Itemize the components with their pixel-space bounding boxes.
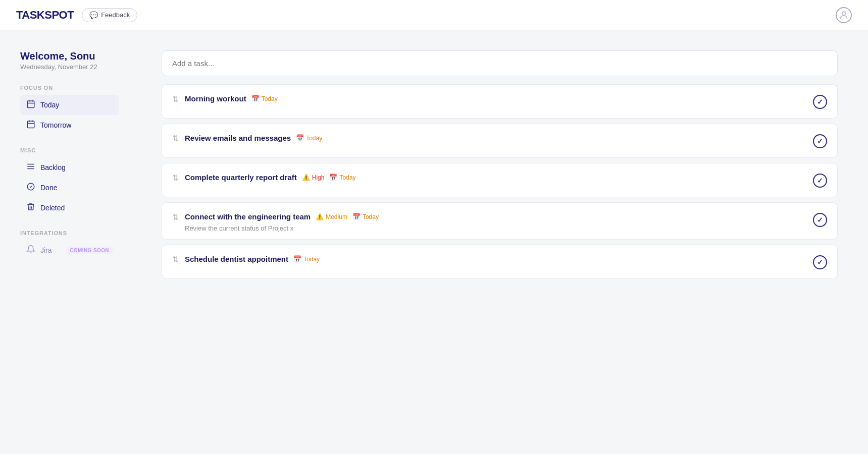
checkmark-icon: ✓ [817,258,823,266]
task-card: ⇅ Review emails and messages 📅 Today ✓ [162,124,838,158]
task-card: ⇅ Schedule dentist appoitment 📅 Today ✓ [162,245,838,279]
sidebar-item-backlog[interactable]: Backlog [20,157,119,178]
calendar-small-icon: 📅 [352,213,361,220]
priority-tag-high: ⚠️ High [302,173,325,182]
task-title: Schedule dentist appoitment [185,255,288,263]
task-content: Schedule dentist appoitment 📅 Today [185,254,807,264]
task-title-row: Complete quarterly report draft ⚠️ High … [185,173,807,182]
tomorrow-label: Tomorrow [40,121,71,129]
sidebar-item-tomorrow[interactable]: Tomorrow [20,115,119,135]
focus-on-group: FOCUS ON Today [20,85,119,135]
feedback-label: Feedback [101,11,130,19]
done-label: Done [40,184,57,192]
task-title-row: Morning workout 📅 Today [185,94,807,103]
task-subtitle: Review the current status of Project x [185,224,807,232]
checkmark-icon: ✓ [817,177,823,185]
jira-label: Jira [40,246,52,254]
task-date-label: Today [363,213,379,220]
task-content: Morning workout 📅 Today [185,94,807,103]
sidebar-item-deleted[interactable]: Deleted [20,198,119,218]
sort-icon[interactable]: ⇅ [172,94,179,104]
priority-tag-medium: ⚠️ Medium [316,212,347,221]
welcome-date: Wednesday, November 22 [20,63,119,71]
done-icon [26,182,35,193]
today-label: Today [40,101,59,109]
task-date-tag: 📅 Today [251,94,278,103]
task-complete-button[interactable]: ✓ [813,134,827,148]
sort-icon[interactable]: ⇅ [172,255,179,264]
sidebar-item-done[interactable]: Done [20,178,119,198]
task-title-row: Connect with the engineering team ⚠️ Med… [185,212,807,221]
task-complete-button[interactable]: ✓ [813,213,827,227]
sidebar: Welcome, Sonu Wednesday, November 22 FOC… [0,30,131,454]
sidebar-item-today[interactable]: Today [20,95,119,115]
task-date-tag: 📅 Today [296,133,322,143]
calendar-small-icon: 📅 [329,174,337,181]
layout: Welcome, Sonu Wednesday, November 22 FOC… [0,30,868,454]
app-logo: TASKSPOT [16,9,74,22]
integrations-label: INTEGRATIONS [20,230,119,236]
sort-icon[interactable]: ⇅ [172,212,179,222]
header: TASKSPOT 💬 Feedback [0,0,868,30]
welcome-name: Welcome, Sonu [20,50,119,62]
integrations-group: INTEGRATIONS Jira COMING SOON [20,230,119,260]
warning-icon: ⚠️ [302,174,310,181]
coming-soon-badge: COMING SOON [66,247,113,254]
task-title-row: Schedule dentist appoitment 📅 Today [185,254,807,264]
sidebar-item-jira[interactable]: Jira COMING SOON [20,240,119,260]
task-date-tag: 📅 Today [293,254,320,264]
priority-label: High [312,174,325,181]
task-date-label: Today [303,256,320,263]
calendar-small-icon: 📅 [251,95,260,102]
sort-icon[interactable]: ⇅ [172,173,179,183]
trash-icon [26,202,35,213]
task-date-label: Today [339,174,355,181]
misc-label: MISC [20,147,119,153]
focus-on-label: FOCUS ON [20,85,119,91]
task-complete-button[interactable]: ✓ [813,95,827,109]
main-content: ⇅ Morning workout 📅 Today ✓ ⇅ Review ema… [131,30,868,454]
checkmark-icon: ✓ [817,137,823,145]
task-title-row: Review emails and messages 📅 Today [185,133,807,143]
backlog-icon [26,162,35,173]
task-card: ⇅ Morning workout 📅 Today ✓ [162,84,838,119]
task-date-tag: 📅 Today [352,212,379,221]
task-content: Review emails and messages 📅 Today [185,133,807,143]
svg-point-0 [842,12,846,15]
chat-icon: 💬 [89,11,98,19]
sort-icon[interactable]: ⇅ [172,134,179,143]
task-title: Morning workout [185,94,246,103]
task-content: Connect with the engineering team ⚠️ Med… [185,212,807,232]
checkmark-icon: ✓ [817,216,823,224]
calendar-small-icon: 📅 [296,134,304,142]
misc-group: MISC Backlog Done [20,147,119,218]
task-title: Connect with the engineering team [185,212,311,221]
task-date-label: Today [306,135,322,142]
jira-icon [26,245,35,256]
task-title: Complete quarterly report draft [185,173,297,182]
warning-icon: ⚠️ [316,213,324,220]
calendar-small-icon: 📅 [293,255,301,263]
svg-rect-5 [27,121,34,128]
task-complete-button[interactable]: ✓ [813,174,827,188]
checkmark-icon: ✓ [817,98,823,106]
task-complete-button[interactable]: ✓ [813,255,827,269]
task-card: ⇅ Connect with the engineering team ⚠️ M… [162,202,838,240]
add-task-input[interactable] [162,50,838,76]
task-card: ⇅ Complete quarterly report draft ⚠️ Hig… [162,163,838,197]
task-title: Review emails and messages [185,134,291,142]
task-date-tag: 📅 Today [329,173,355,182]
calendar-icon [26,99,35,110]
task-content: Complete quarterly report draft ⚠️ High … [185,173,807,182]
feedback-button[interactable]: 💬 Feedback [82,8,137,22]
user-avatar[interactable] [836,7,852,23]
svg-rect-1 [27,101,34,108]
task-date-label: Today [262,95,278,102]
backlog-label: Backlog [40,163,66,172]
priority-label: Medium [326,213,347,220]
deleted-label: Deleted [40,204,65,212]
calendar-icon-tomorrow [26,120,35,131]
header-left: TASKSPOT 💬 Feedback [16,8,137,22]
